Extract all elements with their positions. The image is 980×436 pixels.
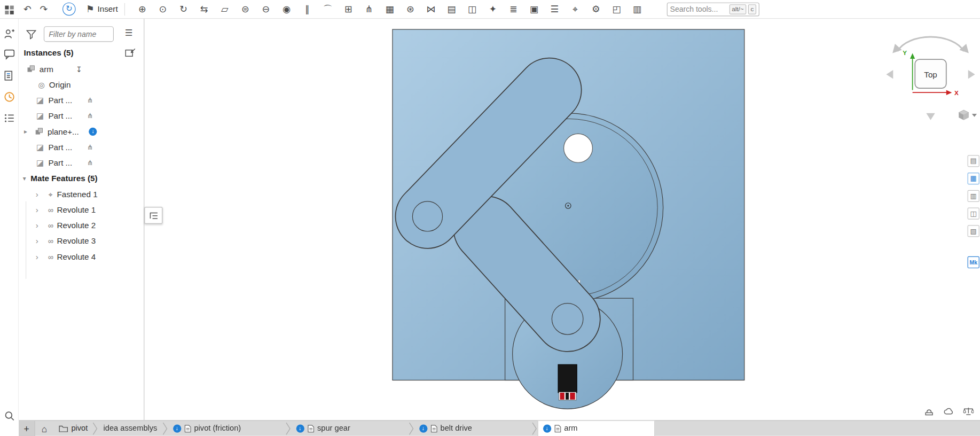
mate-connector-tool-icon[interactable]: ⋔ [363, 2, 375, 16]
instance-row-part-2[interactable]: ◪ Part ... ⋔ [19, 108, 144, 123]
mate-feature-row[interactable]: › ∞ Revolute 3 [19, 233, 144, 249]
mate-features-header-row[interactable]: ▾ Mate Features (5) [19, 170, 144, 186]
standard-content-icon[interactable]: ▤ [445, 2, 458, 16]
new-tab-button[interactable]: + [19, 421, 35, 436]
share-users-icon[interactable] [4, 28, 15, 40]
bom-icon[interactable]: ☰ [548, 2, 561, 16]
mate-feature-row[interactable]: › ∞ Revolute 2 [19, 217, 144, 233]
rotate-view-tool-icon[interactable]: ↻ [62, 3, 76, 16]
instance-row-part-4[interactable]: ◪ Part ... ⋔ [19, 155, 144, 170]
insert-instance-icon[interactable] [125, 48, 136, 57]
insert-button[interactable]: ⚑ Insert [85, 2, 117, 16]
document-panel-icon[interactable] [4, 70, 15, 81]
parallel-mate-icon[interactable]: ∥ [301, 2, 313, 16]
shortcut-key-alt: alt/~ [729, 4, 746, 14]
ball-mate-icon[interactable]: ◉ [280, 2, 293, 16]
tangent-mate-icon[interactable]: ⌒ [322, 2, 334, 16]
instance-row-part-3[interactable]: ◪ Part ... ⋔ [19, 139, 144, 155]
mate-tool-icon[interactable]: ⊕ [136, 2, 148, 16]
snapshot-tool-icon[interactable]: ▣ [528, 2, 540, 16]
expand-chevron-icon[interactable]: ▸ [22, 128, 29, 135]
mate-feature-row[interactable]: › ∞ Revolute 4 [19, 249, 144, 264]
lower-arm-joint[interactable] [552, 303, 583, 335]
linear-pattern-icon[interactable]: ▦ [383, 2, 396, 16]
upper-arm-joint[interactable] [412, 201, 442, 231]
cloud-status-icon[interactable] [943, 407, 954, 417]
view-left-arrow[interactable] [886, 70, 893, 79]
tab-label: arm [564, 424, 577, 432]
measure-tool-icon[interactable]: ⌖ [569, 2, 582, 16]
exploded-view-icon[interactable]: ✦ [487, 2, 499, 16]
instance-row-arm[interactable]: arm ↧ [19, 61, 144, 77]
tab-pivot-friction[interactable]: ↓ pivot (friction) [168, 421, 285, 436]
tree-panel-toggle-button[interactable] [144, 207, 162, 224]
cylindrical-mate-icon[interactable]: ⊜ [239, 2, 252, 16]
breadcrumb-chevron-icon [162, 421, 168, 436]
chevron-right-icon[interactable]: › [36, 236, 44, 246]
collapse-chevron-icon[interactable]: ▾ [21, 175, 28, 182]
tree-view-options-icon[interactable]: ☰ [125, 27, 133, 37]
units-scale-icon[interactable] [963, 407, 974, 417]
sheet-metal-icon[interactable]: ◫ [466, 2, 478, 16]
filter-icon[interactable] [26, 29, 36, 40]
chevron-right-icon[interactable]: › [36, 205, 44, 215]
filter-by-name-input[interactable] [44, 26, 114, 42]
mk-panel-tab[interactable]: Mk [968, 256, 979, 268]
planar-mate-icon[interactable]: ▱ [218, 2, 231, 16]
slider-mate-icon[interactable]: ⇆ [198, 2, 210, 16]
3d-scene[interactable]: Top Y X [144, 19, 980, 420]
mate-feature-row[interactable]: › ∞ Revolute 1 [19, 202, 144, 217]
mass-properties-icon[interactable]: ⚙ [590, 2, 602, 16]
home-button[interactable]: ⌂ [35, 421, 54, 436]
comments-icon[interactable] [4, 49, 15, 60]
right-panel-tab-configurations[interactable]: ◫ [968, 208, 979, 220]
tab-belt-drive[interactable]: ↓ belt drive [414, 421, 531, 436]
group-tool-icon[interactable]: ⊞ [342, 2, 355, 16]
workspace-breadcrumb[interactable]: idea assemblys [98, 421, 162, 436]
update-available-icon[interactable]: ↓ [89, 128, 97, 136]
frame-tool-icon[interactable]: ◰ [610, 2, 623, 16]
named-positions-icon[interactable]: ≣ [507, 2, 520, 16]
insert-label: Insert [98, 4, 118, 14]
view-orientation-widget[interactable]: Top Y X [886, 37, 977, 120]
search-panel-icon[interactable] [4, 410, 15, 422]
replicate-icon[interactable]: ⋈ [425, 2, 437, 16]
view-cube-menu-button[interactable] [959, 110, 977, 120]
instance-row-plane-subassembly[interactable]: ▸ plane+... ↓ [19, 124, 144, 139]
motor[interactable] [558, 364, 577, 400]
tab-arm[interactable]: ↓ arm [537, 421, 655, 436]
right-panel-tab-custom-tables[interactable]: ▧ [968, 225, 979, 237]
right-panel-tab-bom[interactable]: ▥ [968, 190, 979, 202]
app-logo-icon[interactable] [4, 3, 15, 14]
search-tools-box[interactable]: Search tools... alt/~ c [667, 3, 759, 17]
chevron-right-icon[interactable]: › [36, 221, 44, 230]
folder-breadcrumb[interactable]: pivot [54, 421, 93, 436]
redo-icon[interactable]: ↷ [37, 2, 50, 16]
graphics-viewport[interactable]: Top Y X ▤ [144, 19, 980, 420]
view-down-arrow[interactable] [926, 113, 935, 120]
drawing-tool-icon[interactable]: ▥ [631, 2, 643, 16]
fastened-mate-icon[interactable]: ⊙ [156, 2, 169, 16]
circular-pattern-icon[interactable]: ⊛ [404, 2, 417, 16]
instance-row-origin[interactable]: ◎ Origin [19, 77, 144, 92]
instance-label-part-4: Part ... [48, 158, 72, 168]
undo-icon[interactable]: ↶ [21, 2, 34, 16]
revolute-mate-icon[interactable]: ↻ [177, 2, 190, 16]
assembly-tab-icon [184, 424, 191, 432]
snapshot-icon[interactable] [924, 407, 935, 417]
view-right-arrow[interactable] [968, 70, 975, 79]
versions-history-icon[interactable] [4, 91, 15, 103]
tab-spur-gear[interactable]: ↓ spur gear [291, 421, 409, 436]
gear-hole[interactable] [564, 134, 593, 162]
document-tab-bar: + ⌂ pivot idea assemblys ↓ [19, 420, 980, 435]
pin-slot-mate-icon[interactable]: ⊖ [260, 2, 272, 16]
instance-row-part-1[interactable]: ◪ Part ... ⋔ [19, 92, 144, 108]
right-panel-tab-appearance[interactable]: ▤ [968, 155, 979, 167]
fixed-anchor-icon[interactable]: ↧ [76, 65, 82, 73]
chevron-right-icon[interactable]: › [36, 190, 44, 199]
chevron-right-icon[interactable]: › [36, 252, 44, 262]
right-panel-tab-parts[interactable]: ▦ [968, 173, 979, 184]
mate-feature-row[interactable]: › ⌖ Fastened 1 [19, 186, 144, 202]
update-available-icon: ↓ [419, 424, 427, 432]
feature-list-icon[interactable] [4, 113, 15, 124]
